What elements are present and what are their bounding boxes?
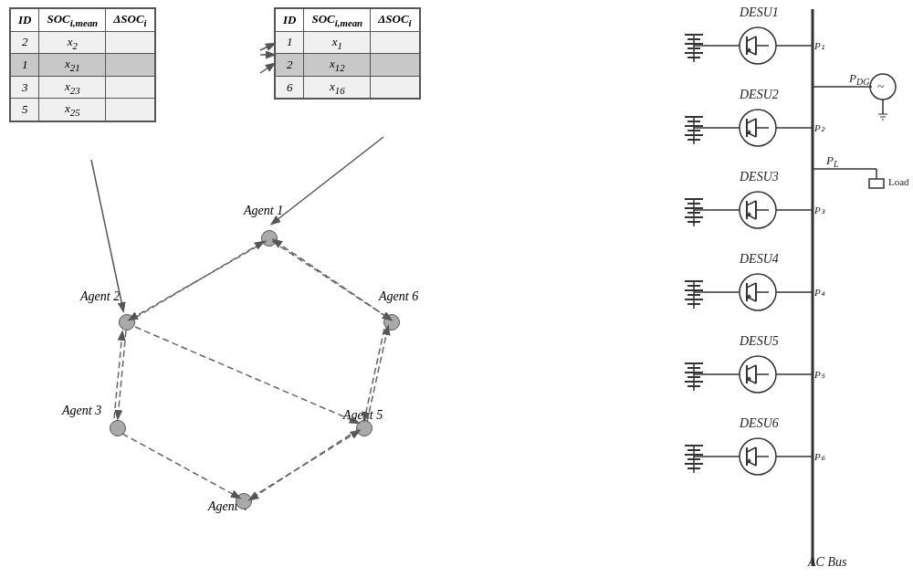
cell: x12 xyxy=(304,54,371,77)
cell: x21 xyxy=(39,54,106,77)
svg-line-149 xyxy=(91,160,123,310)
svg-line-137 xyxy=(130,241,267,320)
svg-line-150 xyxy=(272,137,383,224)
svg-text:DESU5: DESU5 xyxy=(739,334,779,348)
svg-line-148 xyxy=(274,240,388,318)
agent-4-node xyxy=(236,493,252,509)
cell: x25 xyxy=(39,99,106,121)
agent-1-node xyxy=(261,230,278,247)
cell: 2 xyxy=(11,31,39,54)
agent-6-node xyxy=(383,314,400,331)
cell: 1 xyxy=(11,54,39,77)
agent-3-label: Agent 3 xyxy=(62,404,101,418)
svg-text:P₄: P₄ xyxy=(813,287,825,298)
desu-diagram: DESU1 P₁ DESU2 xyxy=(666,0,908,588)
agent-3-node xyxy=(110,420,126,436)
svg-rect-69 xyxy=(869,179,884,188)
cell xyxy=(106,54,154,77)
svg-text:DG: DG xyxy=(855,77,869,87)
svg-line-139 xyxy=(135,242,263,318)
cell: x23 xyxy=(39,76,106,99)
svg-line-135 xyxy=(260,64,274,73)
svg-text:Load: Load xyxy=(888,176,908,187)
cell xyxy=(371,76,419,99)
col-delta-2: ΔSOCi xyxy=(371,9,419,32)
col-id-2: ID xyxy=(276,9,304,32)
svg-text:DESU6: DESU6 xyxy=(739,416,779,430)
cell: 5 xyxy=(11,99,39,121)
svg-line-143 xyxy=(122,434,239,498)
svg-line-123 xyxy=(747,447,756,452)
svg-text:L: L xyxy=(833,159,839,169)
agent-2-node xyxy=(119,314,135,331)
svg-text:P₆: P₆ xyxy=(813,451,825,462)
svg-line-147 xyxy=(364,329,384,420)
cell: 2 xyxy=(276,54,304,77)
svg-line-12 xyxy=(747,37,756,41)
cell xyxy=(106,31,154,54)
agent-5-node xyxy=(356,420,373,436)
cell: x1 xyxy=(304,31,371,54)
svg-line-85 xyxy=(747,283,756,288)
cell: 1 xyxy=(276,31,304,54)
svg-text:P₃: P₃ xyxy=(813,205,825,215)
svg-line-31 xyxy=(747,119,756,123)
svg-line-138 xyxy=(272,241,391,320)
cell: x16 xyxy=(304,76,371,99)
agent-1-label: Agent 1 xyxy=(244,204,283,218)
col-id-1: ID xyxy=(11,9,39,32)
cell xyxy=(106,76,154,99)
svg-line-141 xyxy=(114,332,122,418)
svg-line-140 xyxy=(118,331,126,418)
svg-text:P₂: P₂ xyxy=(813,122,825,133)
svg-text:P: P xyxy=(825,153,834,167)
svg-line-142 xyxy=(135,327,358,423)
svg-text:DESU3: DESU3 xyxy=(739,170,779,184)
svg-line-136 xyxy=(260,44,274,50)
svg-line-144 xyxy=(251,431,359,498)
col-soc-1: SOCi,mean xyxy=(39,9,106,32)
svg-text:~: ~ xyxy=(877,80,885,94)
cell xyxy=(371,31,419,54)
col-soc-2: SOCi,mean xyxy=(304,9,371,32)
svg-text:P₁: P₁ xyxy=(813,40,824,51)
svg-text:P: P xyxy=(848,71,856,85)
cell: x2 xyxy=(39,31,106,54)
svg-line-145 xyxy=(250,429,359,499)
cell: 3 xyxy=(11,76,39,99)
svg-text:DESU1: DESU1 xyxy=(739,5,779,19)
svg-line-59 xyxy=(747,201,756,205)
svg-text:DESU2: DESU2 xyxy=(739,88,779,101)
svg-text:DESU4: DESU4 xyxy=(739,252,779,266)
cell xyxy=(106,99,154,121)
table-2: ID SOCi,mean ΔSOCi 1 x1 2 x12 6 x16 xyxy=(274,7,421,100)
cell xyxy=(371,54,419,77)
agent-6-label: Agent 6 xyxy=(379,289,418,304)
table-1: ID SOCi,mean ΔSOCi 2 x2 1 x21 3 x23 5 x2… xyxy=(9,7,156,122)
svg-text:P₅: P₅ xyxy=(813,369,825,380)
agent-2-label: Agent 2 xyxy=(80,289,120,304)
cell: 6 xyxy=(276,76,304,99)
col-delta-1: ΔSOCi xyxy=(106,9,154,32)
svg-text:AC Bus: AC Bus xyxy=(807,555,847,569)
svg-line-104 xyxy=(747,365,756,370)
